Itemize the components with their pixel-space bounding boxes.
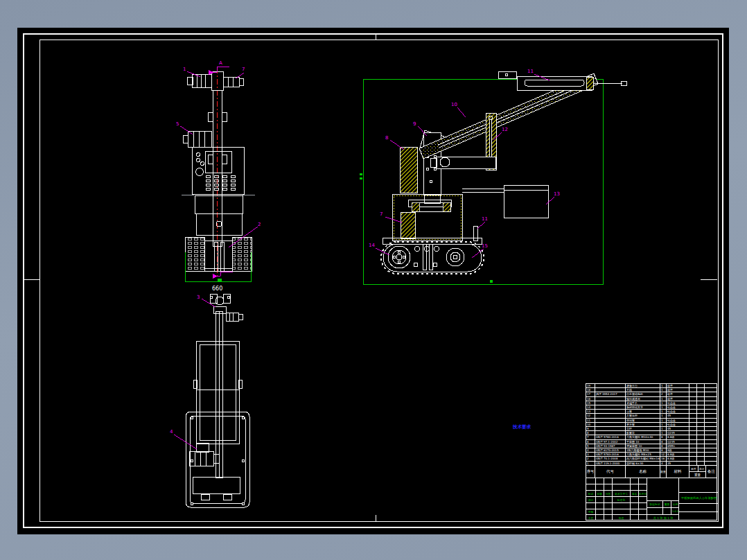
header-code: 代号 — [595, 466, 625, 478]
part-no: 1 — [586, 462, 595, 465]
stage-weight-scale-block: 阶段标记 重量 比例 1:4.5 共 1 张 第 1 张 — [647, 478, 678, 520]
revision-header-row: 标记 处数 分区 更改文件号 签名 年月日 — [586, 490, 647, 496]
technical-notes: 技术要求 — [463, 424, 581, 432]
header-remark: 备注 — [705, 466, 717, 478]
label-date: 年月日 — [638, 491, 647, 496]
header-unit-weight: 单件 — [689, 466, 698, 471]
parts-row: 1 GB/T 119.1-2000 圆柱销 6×30 4 35 — [586, 461, 717, 465]
label-mark: 标记 — [586, 491, 595, 496]
part-name: 圆柱销 6×30 — [625, 462, 660, 465]
header-weight: 重量 — [689, 472, 705, 478]
part-total-weight — [696, 462, 704, 465]
title-block: 19 摄像云台 1 组件 18 天线 1 组件 17 JB/T 3954-201… — [586, 383, 717, 520]
header-material: 材料 — [666, 466, 689, 478]
label-signature: 签名 — [630, 491, 638, 496]
label-count: 处数 — [595, 491, 604, 496]
centering-mark-bottom — [376, 515, 376, 521]
label-approve: 批准 — [612, 515, 630, 520]
header-name: 名称 — [625, 466, 660, 478]
centering-mark-left — [23, 279, 39, 280]
part-remark — [704, 462, 717, 465]
drawing-title-block: 平板探测机器人小车装配图 — [678, 478, 718, 520]
label-process: 工艺 — [586, 515, 595, 520]
header-no: 序号 — [586, 466, 595, 478]
header-qty: 数量 — [660, 466, 666, 478]
label-check: 审核 — [586, 509, 595, 514]
centering-mark-top — [376, 33, 376, 40]
label-zone: 分区 — [604, 491, 612, 496]
signature-block: 标记 处数 分区 更改文件号 签名 年月日 设计 标准化 审核 — [586, 478, 717, 520]
signature-grid: 标记 处数 分区 更改文件号 签名 年月日 设计 标准化 审核 — [586, 478, 647, 520]
label-change-doc: 更改文件号 — [612, 491, 630, 496]
label-stage: 阶段标记 — [647, 500, 662, 507]
part-code: GB/T 119.1-2000 — [595, 462, 625, 465]
parts-list-header: 序号 代号 名称 数量 材料 单件 总计 重量 备注 — [586, 466, 717, 478]
part-qty: 4 — [660, 462, 666, 465]
parts-list: 19 摄像云台 1 组件 18 天线 1 组件 17 JB/T 3954-201… — [586, 383, 717, 466]
centering-mark-right — [701, 279, 717, 280]
label-design: 设计 — [586, 497, 595, 502]
cad-viewer: { "callouts": { "f1": "1", "f7": "7", "f… — [0, 0, 747, 560]
header-weight-group: 单件 总计 重量 — [689, 466, 705, 478]
drawing-sheet[interactable]: 技术要求 19 摄像云台 1 组件 18 天线 1 组件 — [17, 28, 729, 534]
part-material: 35 — [666, 462, 689, 465]
drawing-title: 平板探测机器人小车装配图 — [679, 492, 719, 503]
part-unit-weight — [689, 462, 696, 465]
label-weight: 重量 — [662, 500, 671, 507]
notes-title: 技术要求 — [463, 424, 581, 430]
header-total-weight: 总计 — [698, 466, 706, 471]
sheet-count: 共 1 张 第 1 张 — [647, 514, 679, 520]
label-standardize: 标准化 — [612, 497, 630, 502]
